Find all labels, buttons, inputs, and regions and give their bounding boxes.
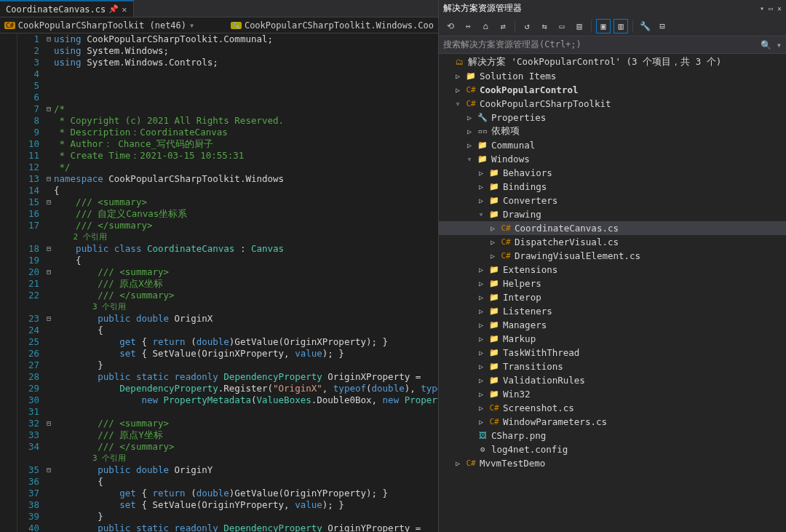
tree-item[interactable]: ▷C#Screenshot.cs <box>439 401 786 415</box>
chevron-icon[interactable]: ▷ <box>465 127 474 135</box>
chevron-icon[interactable]: ▷ <box>477 293 485 301</box>
tree-item[interactable]: ▷C#CookPopularControl <box>439 83 786 97</box>
fold-glyph[interactable]: ⊟ <box>44 33 54 45</box>
code-area[interactable]: 1234567891011121314151617181920212223242… <box>0 33 438 532</box>
chevron-icon[interactable]: ▿ <box>465 155 474 163</box>
toolbar-button[interactable]: ⟲ <box>443 19 458 33</box>
codelens[interactable]: 2 个引用 <box>54 231 438 243</box>
pin-icon[interactable]: 📌 <box>108 4 119 14</box>
chevron-icon[interactable]: ▷ <box>488 252 497 260</box>
dropdown-icon[interactable]: ▾ <box>760 4 764 12</box>
pin-icon[interactable]: ▭ <box>769 4 773 12</box>
tree-item[interactable]: ▷📁Extensions <box>439 263 786 277</box>
fold-glyph[interactable]: ⊟ <box>44 196 54 208</box>
chevron-icon[interactable]: ▷ <box>453 459 462 467</box>
chevron-icon[interactable]: ▷ <box>453 72 462 80</box>
search-box[interactable]: 搜索解决方案资源管理器(Ctrl+;) 🔍 ▾ <box>439 36 786 54</box>
codelens[interactable]: 3 个引用 <box>54 453 438 464</box>
chevron-icon[interactable]: ▷ <box>477 196 485 205</box>
chevron-icon[interactable]: ▷ <box>477 418 485 426</box>
chevron-icon[interactable]: ▷ <box>477 335 485 343</box>
toolbar-button[interactable]: ⇿ <box>461 19 475 33</box>
panel-title-bar[interactable]: 解决方案资源管理器 ▾ ▭ ✕ <box>439 0 786 16</box>
tree-item[interactable]: ▷📁Converters <box>439 194 786 207</box>
item-icon: C# <box>465 99 477 108</box>
tree-item[interactable]: ▷C#DispatcherVisual.cs <box>439 235 786 249</box>
line-number: 30 <box>17 394 39 406</box>
tree-item[interactable]: ▷C#MvvmTestDemo <box>439 456 786 470</box>
close-icon[interactable]: ✕ <box>777 4 782 12</box>
fold-glyph[interactable]: ⊟ <box>44 103 54 115</box>
toolbar-button[interactable]: ⌂ <box>478 19 493 33</box>
chevron-icon[interactable]: ▷ <box>477 266 485 274</box>
chevron-icon[interactable]: ▷ <box>477 390 485 398</box>
toolbar-button[interactable]: ⇆ <box>537 19 552 33</box>
toolbar-button[interactable]: ⊟ <box>655 19 670 33</box>
chevron-icon[interactable]: ▷ <box>465 114 474 122</box>
toolbar-button[interactable]: ▣ <box>596 19 611 33</box>
chevron-icon[interactable]: ▷ <box>477 362 485 370</box>
tree-item[interactable]: ▷🔧Properties <box>439 111 786 124</box>
tree-item[interactable]: ▷📁Interop <box>439 290 786 304</box>
fold-glyph[interactable]: ⊟ <box>44 313 54 325</box>
close-icon[interactable]: ✕ <box>122 4 127 15</box>
chevron-icon[interactable]: ▷ <box>477 376 485 384</box>
chevron-icon[interactable]: ▷ <box>477 279 485 287</box>
tree-item[interactable]: ▷▫▫依赖项 <box>439 124 786 138</box>
fold-glyph[interactable]: ⊟ <box>44 464 54 476</box>
dropdown-arrow-icon[interactable]: ▾ <box>189 20 194 31</box>
tree-item[interactable]: ▷C#CoordinateCanvas.cs <box>439 221 786 235</box>
toolbar-button[interactable]: ↺ <box>520 19 534 33</box>
chevron-icon[interactable]: ▷ <box>477 169 485 177</box>
tree-item[interactable]: 🖼CSharp.png <box>439 429 786 442</box>
chevron-icon[interactable]: ▷ <box>477 349 485 357</box>
tab-coordinatecanvas[interactable]: CoordinateCanvas.cs 📌 ✕ <box>0 0 134 17</box>
chevron-icon[interactable]: ▷ <box>488 238 497 246</box>
chevron-icon[interactable]: ▿ <box>453 100 462 108</box>
tree-item[interactable]: ▷📁Win32 <box>439 387 786 401</box>
fold-glyph[interactable]: ⊟ <box>44 243 54 255</box>
tree-item[interactable]: 🗂解决方案 'CookPopularControl' (3 个项目，共 3 个) <box>439 55 786 69</box>
tree-item[interactable]: ⚙log4net.config <box>439 442 786 456</box>
toolbar-button[interactable]: ▤ <box>572 19 587 33</box>
chevron-icon[interactable]: ▷ <box>488 224 497 232</box>
chevron-icon[interactable]: ▷ <box>477 321 485 329</box>
tree[interactable]: 🗂解决方案 'CookPopularControl' (3 个项目，共 3 个)… <box>439 54 786 532</box>
toolbar-button[interactable]: 🔧 <box>638 19 652 33</box>
chevron-icon[interactable]: ▷ <box>477 183 485 191</box>
fold-gutter[interactable]: ⊟⊟⊟⊟⊟⊟⊟⊟⊟ <box>44 33 54 532</box>
tree-item[interactable]: ▿📁Windows <box>439 152 786 166</box>
chevron-icon[interactable]: ▷ <box>465 141 474 149</box>
tree-item[interactable]: ▷📁Helpers <box>439 277 786 290</box>
tree-item[interactable]: ▷📁ValidationRules <box>439 373 786 387</box>
bc-project[interactable]: CookPopularCSharpToolkit (net46) <box>18 20 186 31</box>
tree-item[interactable]: ▷📁Markup <box>439 332 786 346</box>
tree-item[interactable]: ▷📁Listeners <box>439 304 786 318</box>
toolbar-button[interactable]: ▭ <box>555 19 569 33</box>
tree-item[interactable]: ▷📁Transitions <box>439 360 786 373</box>
chevron-icon[interactable]: ▿ <box>477 210 485 218</box>
tree-item[interactable]: ▷C#WindowParameters.cs <box>439 415 786 429</box>
tree-item[interactable]: ▷📁Behaviors <box>439 166 786 180</box>
chevron-icon[interactable]: ▷ <box>477 404 485 412</box>
tree-item[interactable]: ▷C#DrawingVisualElement.cs <box>439 249 786 263</box>
toolbar-button[interactable]: ▥ <box>614 19 628 33</box>
tree-item[interactable]: ▷📁Communal <box>439 138 786 152</box>
tree-item[interactable]: ▷📁Bindings <box>439 180 786 194</box>
chevron-icon[interactable]: ▷ <box>453 86 462 94</box>
search-icon[interactable]: 🔍 ▾ <box>761 40 782 50</box>
fold-glyph[interactable]: ⊟ <box>44 418 54 429</box>
item-icon: C# <box>465 85 477 95</box>
chevron-icon[interactable]: ▷ <box>477 307 485 315</box>
tree-item[interactable]: ▷📁TaskWithThread <box>439 346 786 360</box>
fold-glyph[interactable]: ⊟ <box>44 266 54 278</box>
code-content[interactable]: using CookPopularCSharpToolkit.Communal;… <box>54 33 438 532</box>
bc-scope[interactable]: CookPopularCSharpToolkit.Windows.Coo <box>245 20 434 31</box>
fold-glyph[interactable]: ⊟ <box>44 173 54 185</box>
tree-item[interactable]: ▿📁Drawing <box>439 207 786 221</box>
tree-item[interactable]: ▿C#CookPopularCSharpToolkit <box>439 97 786 111</box>
tree-item[interactable]: ▷📁Solution Items <box>439 69 786 83</box>
tree-item[interactable]: ▷📁Managers <box>439 318 786 332</box>
toolbar-button[interactable]: ⇄ <box>496 19 510 33</box>
codelens[interactable]: 3 个引用 <box>54 301 438 313</box>
